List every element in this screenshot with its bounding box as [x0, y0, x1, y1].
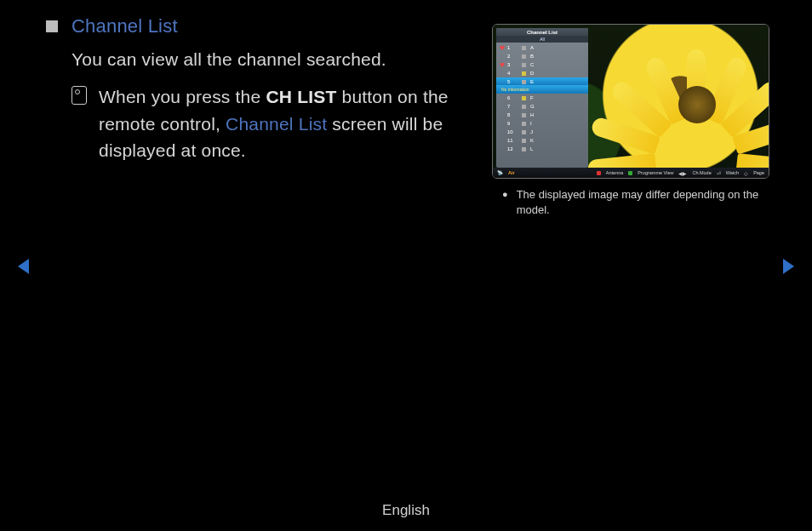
channel-number: 3 — [507, 62, 518, 67]
antenna-icon: 📡 — [497, 170, 503, 175]
favorite-icon — [500, 79, 505, 84]
channel-type-icon — [522, 130, 526, 134]
channel-name: E — [530, 79, 585, 84]
watch-hint: Watch — [726, 170, 739, 175]
channel-row: 4D — [496, 69, 588, 77]
channel-panel-subtitle: All — [496, 36, 588, 43]
channel-panel-title: Channel List — [496, 28, 588, 36]
channel-name: I — [530, 121, 585, 126]
svg-marker-0 — [18, 259, 29, 274]
favorite-icon — [500, 45, 505, 50]
channel-name: B — [530, 54, 585, 59]
tip-bold: CH LIST — [266, 87, 336, 106]
page-hint: Page — [753, 170, 764, 175]
next-page-button[interactable] — [780, 257, 797, 276]
source-label: Air — [508, 170, 515, 175]
channel-row: 1A — [496, 43, 588, 52]
favorite-icon — [500, 138, 505, 143]
channel-number: 4 — [507, 71, 518, 76]
channel-name: C — [530, 62, 585, 67]
channel-row: 8H — [496, 111, 588, 119]
channel-type-icon — [522, 80, 526, 84]
section-bullet — [46, 20, 58, 32]
favorite-icon — [500, 129, 505, 134]
channel-type-icon — [522, 96, 526, 100]
channel-type-icon — [522, 147, 526, 151]
channel-name: H — [530, 112, 585, 117]
red-button-icon — [597, 171, 601, 175]
channel-type-icon — [522, 71, 526, 76]
leftright-icon: ◀▶ — [678, 170, 687, 176]
footer-language: English — [0, 502, 812, 519]
channel-name: L — [530, 146, 585, 151]
channel-type-icon — [522, 113, 526, 117]
tv-screenshot: Channel List All 1A2B3C4D5ENo informatio… — [492, 24, 769, 179]
favorite-icon — [500, 54, 505, 59]
caption-text: The displayed image may differ depending… — [517, 187, 766, 217]
favorite-icon — [500, 95, 505, 100]
favorite-icon — [500, 121, 505, 126]
tip-text: When you press the CH LIST button on the… — [99, 83, 472, 164]
channel-number: 8 — [507, 112, 518, 117]
channel-row: 9I — [496, 119, 588, 128]
channel-type-icon — [522, 63, 526, 67]
enter-icon: ⏎ — [717, 170, 721, 176]
caption-bullet: ● — [502, 187, 508, 202]
prev-page-button[interactable] — [15, 257, 32, 276]
channel-rows-container: 1A2B3C4D5ENo information6F7G8H9I10J11K12… — [496, 43, 588, 154]
favorite-icon — [500, 62, 505, 67]
channel-name: F — [530, 95, 585, 100]
remote-tip-icon — [71, 86, 87, 105]
channel-number: 10 — [507, 129, 518, 134]
channel-type-icon — [522, 139, 526, 143]
channel-number: 7 — [507, 104, 518, 109]
channel-type-icon — [522, 122, 526, 126]
channel-row: 10J — [496, 128, 588, 136]
channel-type-icon — [522, 46, 526, 50]
channel-number: 11 — [507, 138, 518, 143]
channel-row: 3C — [496, 60, 588, 69]
channel-number: 12 — [507, 146, 518, 151]
antenna-hint: Antenna — [606, 170, 624, 175]
channel-name: D — [530, 71, 585, 76]
programme-view-hint: Programme View — [638, 170, 673, 175]
chmode-hint: Ch.Mode — [692, 170, 711, 175]
channel-number: 6 — [507, 95, 518, 100]
channel-row: 2B — [496, 52, 588, 60]
page-title: Channel List — [71, 15, 178, 37]
channel-number: 9 — [507, 121, 518, 126]
channel-type-icon — [522, 54, 526, 59]
channel-type-icon — [522, 105, 526, 109]
channel-number: 2 — [507, 54, 518, 59]
favorite-icon — [500, 104, 505, 109]
page-description: You can view all the channel searched. — [71, 49, 472, 70]
tip-prefix: When you press the — [99, 87, 266, 106]
channel-row: 12L — [496, 145, 588, 153]
channel-row: 11K — [496, 136, 588, 145]
updown-icon: ◇ — [744, 170, 748, 176]
green-button-icon — [628, 171, 632, 175]
channel-info: No information — [496, 85, 588, 94]
channel-row: 6F — [496, 94, 588, 102]
favorite-icon — [500, 71, 505, 76]
channel-name: K — [530, 138, 585, 143]
tip-highlight: Channel List — [226, 114, 327, 134]
channel-number: 5 — [507, 79, 518, 84]
flower-illustration — [626, 43, 769, 171]
tv-bottom-bar: 📡 Air Antenna Programme View ◀▶ Ch.Mode … — [493, 168, 769, 178]
svg-marker-1 — [783, 259, 794, 274]
screenshot-caption: ● The displayed image may differ dependi… — [497, 187, 766, 217]
channel-row: 7G — [496, 102, 588, 111]
channel-number: 1 — [507, 45, 518, 50]
channel-name: A — [530, 45, 585, 50]
channel-name: G — [530, 104, 585, 109]
favorite-icon — [500, 112, 505, 117]
favorite-icon — [500, 146, 505, 151]
channel-name: J — [530, 129, 585, 134]
channel-list-panel: Channel List All 1A2B3C4D5ENo informatio… — [496, 28, 588, 168]
